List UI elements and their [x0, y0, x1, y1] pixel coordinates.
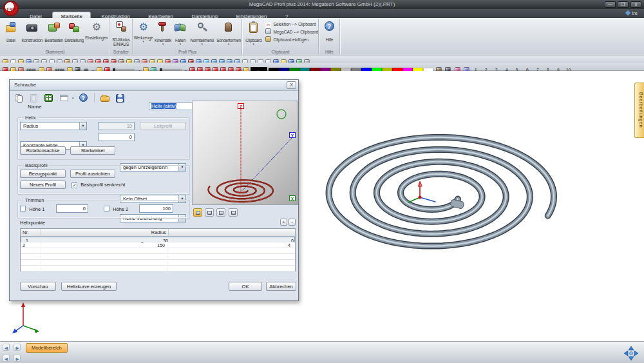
ribbon-group-hilfe: ? Hilfe Hilfe: [319, 19, 340, 54]
vorschau-button[interactable]: Vorschau: [20, 282, 56, 291]
ribbon-einstellungen-button[interactable]: ⚙ Einstellungen: [84, 19, 109, 48]
profil-ausrichten-button[interactable]: Profil ausrichten: [70, 170, 115, 178]
view-front-button[interactable]: [216, 208, 225, 217]
hoehe2-label: Höhe 2: [113, 206, 128, 212]
table-cell: 1: [24, 238, 44, 242]
prev-tab-arrow-icon[interactable]: ◀: [3, 344, 10, 351]
neues-profil-button[interactable]: Neues Profil: [20, 181, 66, 189]
dialog-title-bar[interactable]: Schraube: [10, 80, 298, 91]
preview-rotate-icon: [277, 110, 286, 119]
ribbon-hilfe-button[interactable]: ? Hilfe: [319, 19, 339, 47]
ribbon-datei-button[interactable]: Datei: [1, 19, 21, 48]
hoehe1-checkbox-row: Höhe 1: [20, 206, 44, 212]
hoehe2-input[interactable]: 100: [139, 204, 173, 213]
next-view-arrow-icon[interactable]: ▶: [14, 355, 21, 362]
selektion-clipboard-item[interactable]: ✂Selektion --> Clipboard: [264, 21, 318, 28]
scissors-icon: ✂: [265, 23, 271, 28]
bezugspunkt-button[interactable]: Bezugspunkt: [20, 170, 66, 178]
table-row[interactable]: [21, 260, 295, 266]
table-cell: [167, 254, 292, 260]
helix-points-table[interactable]: Nr. Radius Windung 130021504: [20, 228, 296, 271]
hoehe1-checkbox[interactable]: [20, 206, 26, 211]
ribbon-konstruktion-button[interactable]: Konstruktion: [21, 19, 44, 48]
maximize-button[interactable]: ❐: [618, 1, 629, 8]
hoehe2-checkbox[interactable]: [104, 206, 109, 211]
preview-pane-dropdown-icon[interactable]: ▾: [72, 96, 74, 100]
clipboard-paste-icon: [265, 36, 271, 42]
ribbon-falten-button[interactable]: Falten▾: [173, 19, 189, 48]
table-body: 130021504: [21, 237, 295, 271]
table-row[interactable]: [21, 248, 295, 254]
col-header-nr[interactable]: Nr.: [21, 229, 41, 237]
col-header-radius[interactable]: Radius: [43, 229, 169, 237]
ribbon-sonderformen-button[interactable]: Sonderformen▾: [216, 19, 242, 48]
ribbon-darstellung-button[interactable]: Darstellung: [64, 19, 84, 48]
chevron-down-icon: ▼: [79, 123, 86, 130]
senkrecht-checkbox[interactable]: ✓: [71, 182, 77, 188]
prev-view-arrow-icon[interactable]: ◀: [3, 355, 10, 362]
hoehe1-input[interactable]: 0: [56, 204, 88, 213]
statusbar-row-1: ◀ ▶ Modellbereich: [0, 342, 644, 353]
cube-icon: [207, 211, 212, 215]
table-cell: 30: [44, 238, 171, 242]
save-file-icon[interactable]: [115, 93, 126, 103]
clipboard-einfuegen-item[interactable]: Clipboard einfügen: [264, 36, 318, 44]
help-icon: ?: [323, 21, 337, 34]
ribbon-clipboard-button[interactable]: Clipboard▾: [243, 19, 264, 48]
modellbereich-tab[interactable]: Modellbereich: [26, 343, 68, 353]
view-top-button[interactable]: [229, 208, 238, 217]
radius-mode-select[interactable]: Radius▼: [20, 122, 87, 130]
next-tab-arrow-icon[interactable]: ▶: [14, 344, 21, 351]
view-iso-button[interactable]: [205, 208, 214, 217]
open-file-icon[interactable]: [100, 93, 111, 103]
ribbon-bearbeiten-button[interactable]: Bearbeiten: [44, 19, 64, 48]
view-lock-button[interactable]: [193, 208, 202, 217]
megacad-clipboard-item[interactable]: MegaCAD --> Clipboard: [264, 28, 318, 36]
clipboard-icon: [247, 21, 261, 34]
ribbon-kinematik-button[interactable]: Kinematik▾: [153, 19, 172, 48]
pan-compass-icon[interactable]: [623, 346, 639, 361]
startwinkel-button[interactable]: Startwinkel: [70, 146, 115, 155]
table-cell: [21, 254, 41, 260]
helixkurve-erzeugen-button[interactable]: Helixkurve erzeugen: [61, 282, 117, 291]
rotationsachse-button[interactable]: Rotationsachse: [20, 146, 66, 155]
table-header-row: Nr. Radius Windung: [21, 229, 295, 237]
minimize-button[interactable]: —: [605, 1, 616, 8]
title-bar: MegaCAD Profi plus 2014: Megatech Softwa…: [0, 0, 644, 9]
schraube-dialog: Schraube X ▾ ?: [9, 79, 299, 301]
display-cubes-icon: [67, 21, 81, 34]
ribbon-group-startmenu: Datei Konstruktion Bearbeiten: [1, 19, 109, 54]
x-axis-label: X: [289, 195, 296, 201]
gear-icon: ⚙: [90, 21, 104, 34]
close-button[interactable]: x: [630, 1, 641, 8]
ribbon-werkzeuge-button[interactable]: ⚙ Werkzeuge▾: [133, 19, 153, 48]
mode-3d-icon: [114, 21, 128, 34]
copy-icon[interactable]: [14, 93, 24, 103]
ok-button[interactable]: OK: [229, 282, 262, 291]
toolbar-row2: ##########---...12345678910: [0, 63, 644, 71]
clipboard-cursor-icon: [265, 28, 271, 34]
file-icon: [4, 21, 18, 34]
table-icon[interactable]: [43, 93, 54, 103]
side-tab-bearbeitungen[interactable]: Bearbeitungen: [634, 83, 644, 138]
preview-pane-icon[interactable]: [59, 93, 70, 103]
ribbon-3d-modus-button[interactable]: 3D-Modus EIN/AUS: [110, 19, 132, 47]
remove-point-button[interactable]: -: [289, 219, 296, 226]
table-row[interactable]: [21, 254, 295, 260]
style-selector[interactable]: tre: [626, 10, 638, 16]
abbrechen-button[interactable]: Abbrechen: [266, 282, 296, 291]
add-point-button[interactable]: +: [280, 219, 287, 226]
dialog-close-button[interactable]: X: [287, 81, 296, 89]
dialog-3d-preview[interactable]: Z Y X: [192, 101, 298, 205]
paste-icon[interactable]: [28, 93, 39, 103]
dialog-help-icon[interactable]: ?: [78, 93, 89, 103]
hoehe1-label: Höhe 1: [29, 206, 44, 212]
height-value-input[interactable]: 0: [98, 133, 135, 141]
statusbar-row-2: ◀ ▶: [0, 353, 644, 363]
ucs-axes-icon: [10, 300, 43, 335]
ribbon-normteilmenu-button[interactable]: Normteilmenü▾: [188, 19, 216, 48]
table-row[interactable]: 21504: [21, 242, 295, 248]
table-row[interactable]: [21, 266, 295, 271]
table-row[interactable]: 1300: [21, 237, 295, 242]
edit-box-icon: [47, 21, 61, 34]
